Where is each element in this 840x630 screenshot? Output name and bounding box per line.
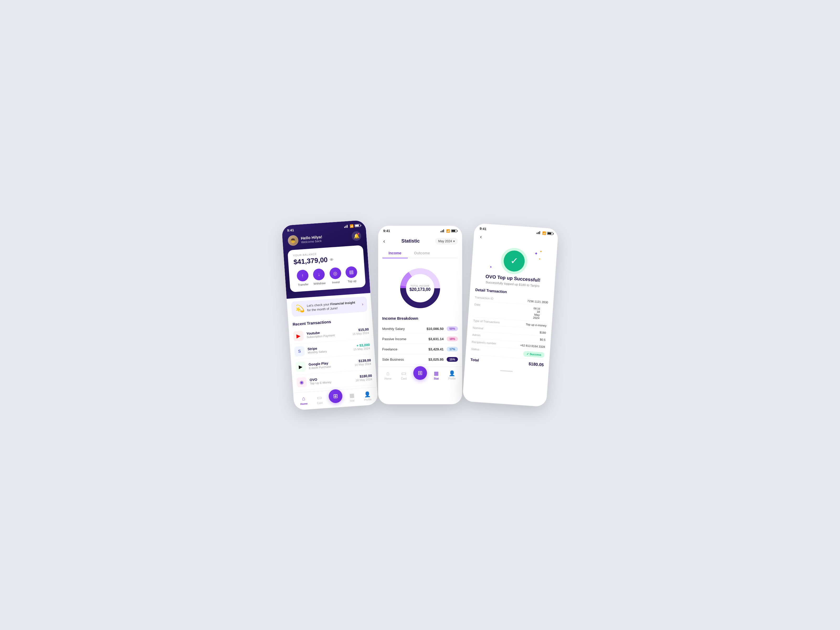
donut-value: $20,173,00 (409, 287, 430, 292)
time-2: 9:41 (384, 229, 390, 233)
stripe-icon: S (294, 346, 305, 356)
transfer-button[interactable]: ↑ Transfer (296, 269, 309, 287)
date-filter[interactable]: May 2024 ▾ (435, 238, 458, 245)
user-text: Hello Hilya! Welcome back (300, 234, 322, 244)
action-buttons: ↑ Transfer ↓ Withdraw ◎ Invest ▤ Top up (294, 266, 360, 287)
total-label: Total (470, 358, 479, 363)
withdraw-button[interactable]: ↓ Withdraw (312, 268, 325, 285)
bottom-nav-1: ⌂ Home ▭ Card ⊞ ▦ Stat 👤 Profile (293, 387, 378, 410)
sparkle-1: ✦ (534, 251, 538, 256)
signal-icon-3 (536, 231, 540, 234)
tx-amount-stripe: + $3,000 15 May 2024 (353, 343, 370, 351)
tx-info-stripe: Stripe Monthly Salary (307, 344, 351, 354)
card-icon-2: ▭ (401, 370, 406, 377)
topup-button[interactable]: ▤ Top up (345, 266, 358, 283)
page-header-stat: ‹ Statistic May 2024 ▾ (378, 234, 462, 245)
nav-home-1[interactable]: ⌂ Home (297, 395, 310, 405)
status-badge: ✓ Success (523, 351, 545, 358)
phone-statistic: 9:41 📶 ‹ Statistic May 2024 ▾ Income Out… (378, 226, 462, 404)
tab-outcome[interactable]: Outcome (408, 249, 436, 258)
profile-icon: 👤 (364, 391, 371, 397)
notification-dot (357, 233, 360, 235)
nav-stat-1[interactable]: ▦ Stat (345, 392, 358, 402)
nav-center-1[interactable]: ⊞ (328, 393, 343, 404)
time-3: 9:41 (480, 226, 486, 231)
status-icons-1: 📶 (344, 223, 360, 228)
notification-button[interactable]: 🔔 (351, 231, 362, 241)
tabs-row: Income Outcome (382, 249, 458, 258)
sparkle-3: ✦ (489, 265, 492, 269)
tx-amount-googleplay: $139,00 14 May 2024 (354, 358, 371, 366)
badge-freelance: 17% (447, 347, 458, 351)
insight-text: Let's check your Financial Insight for t… (306, 300, 360, 312)
donut-label: TOTAL INCOME (409, 285, 430, 287)
nav-center-2[interactable]: ⊞ (413, 370, 427, 380)
home-icon-2: ⌂ (386, 370, 389, 377)
detail-section: Detail Transaction Transaction ID 7236 1… (465, 287, 554, 370)
youtube-icon: ▶ (293, 331, 304, 341)
tx-info-googleplay: Google Play E-book Purchase (308, 359, 351, 370)
status-icons-3: 📶 (536, 231, 553, 236)
wifi-icon-3: 📶 (542, 231, 546, 235)
tx-amount-youtube: $15,00 16 May 2024 (352, 327, 369, 336)
status-bar-2: 9:41 📶 (378, 226, 462, 234)
breakdown-title: Income Breakdown (382, 316, 458, 321)
invest-button[interactable]: ◎ Invest (329, 267, 342, 284)
battery-1 (355, 224, 360, 227)
phone-home: 9:41 📶 👦 Hello Hil (281, 220, 378, 410)
tx-amount-ovo: $180,00 18 May 2024 (355, 374, 372, 381)
stat-icon: ▦ (349, 392, 355, 399)
wifi-icon-1: 📶 (349, 224, 354, 228)
user-info: 👦 Hello Hilya! Welcome back (287, 233, 322, 246)
insight-arrow: › (362, 302, 363, 307)
donut-chart: TOTAL INCOME $20,173,00 (378, 258, 462, 316)
status-icons-2: 📶 (441, 229, 457, 233)
breakdown-passive-income: Passive Income $3,631.14 18% (382, 334, 458, 344)
home-icon: ⌂ (302, 395, 305, 402)
transaction-list: ▶ Youtube Subscription Payment $15,00 16… (289, 323, 377, 391)
avatar: 👦 (287, 235, 298, 246)
card-icon: ▭ (316, 394, 322, 400)
nav-stat-2[interactable]: ▦ Stat (430, 370, 443, 380)
googleplay-icon: ▶ (295, 361, 306, 372)
tab-income[interactable]: Income (382, 249, 408, 258)
total-value: $180.05 (528, 361, 544, 367)
battery-3 (547, 232, 553, 235)
wifi-icon-2: 📶 (446, 229, 450, 233)
badge-side: 15% (447, 357, 458, 362)
profile-icon-2: 👤 (449, 370, 455, 377)
sparkle-2: ✦ (539, 250, 542, 253)
insight-emoji: 💫 (295, 304, 305, 313)
phone-success: 9:41 📶 ‹ ✦ ✦ ✓ ✦ ✦ OVO T (462, 223, 559, 407)
donut-center: TOTAL INCOME $20,173,00 (409, 285, 430, 292)
balance-card: YOUR BALANCE $41,379,00 👁 ↑ Transfer ↓ W… (287, 245, 366, 292)
back-button-stat[interactable]: ‹ (382, 237, 386, 245)
breakdown-monthly-salary: Monthly Salary $10,086.50 50% (382, 324, 458, 334)
tx-info-ovo: OVO Top Up E-Money (309, 375, 352, 385)
insight-banner[interactable]: 💫 Let's check your Financial Insight for… (291, 296, 367, 317)
signal-icon-2 (441, 230, 444, 232)
app-scene: 9:41 📶 👦 Hello Hil (288, 223, 553, 408)
breakdown-side-business: Side Business $3,025.95 15% (382, 355, 458, 365)
nav-profile-1[interactable]: 👤 Profile (361, 390, 374, 401)
stat-icon-2: ▦ (434, 370, 439, 377)
income-breakdown: Income Breakdown Monthly Salary $10,086.… (378, 316, 462, 365)
breakdown-freelance: Freelance $3,429.41 17% (382, 344, 458, 355)
success-icon-area: ✦ ✦ ✓ ✦ ✦ (471, 239, 557, 279)
tx-info-youtube: Youtube Subscription Payment (306, 329, 349, 339)
nav-card-1[interactable]: ▭ Card (313, 394, 326, 405)
badge-passive: 18% (447, 337, 458, 341)
nav-card-2[interactable]: ▭ Card (398, 370, 410, 380)
bottom-nav-2: ⌂ Home ▭ Card ⊞ ▦ Stat 👤 Profile (378, 367, 462, 384)
battery-2 (451, 230, 457, 232)
badge-monthly: 50% (447, 326, 458, 331)
nav-profile-2[interactable]: 👤 Profile (446, 370, 458, 380)
ovo-icon: ◉ (296, 377, 307, 388)
sparkle-4: ✦ (538, 258, 541, 261)
nav-home-2[interactable]: ⌂ Home (382, 370, 395, 380)
home-header-bg: 9:41 📶 👦 Hello Hil (281, 220, 370, 299)
time-1: 9:41 (287, 228, 294, 232)
eye-icon[interactable]: 👁 (329, 257, 333, 262)
page-title-stat: Statistic (401, 238, 420, 244)
signal-icon-1 (344, 225, 348, 228)
